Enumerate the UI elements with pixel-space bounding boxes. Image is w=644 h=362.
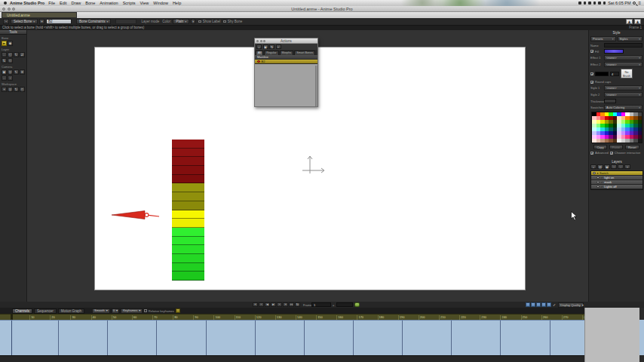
rotate-layer-tool[interactable]: ↻	[14, 52, 19, 57]
quality-checkmark-icon[interactable]: ✓	[553, 302, 556, 307]
zoom-workspace-tool[interactable]: ◎	[8, 87, 13, 92]
transform-bone-tool[interactable]: ◆	[8, 41, 13, 46]
style-presets-popup[interactable]: Presets▾	[590, 36, 616, 41]
add-bone-button[interactable]: +	[39, 19, 44, 24]
menu-edit[interactable]: Edit	[60, 1, 66, 5]
paste-style-button[interactable]: Paste	[609, 145, 623, 149]
effect2-popup[interactable]: <none>▾	[604, 62, 642, 67]
layout-3-button[interactable]	[536, 302, 541, 307]
swatch[interactable]	[638, 139, 642, 143]
stroke-color-well[interactable]	[595, 72, 609, 76]
bone-tool-icon[interactable]: ⌁	[3, 19, 9, 24]
document-tab[interactable]: Untitled.anme	[2, 12, 77, 18]
camera-track-h-tool[interactable]: ↔	[2, 75, 7, 81]
bone-name-field[interactable]: B2	[46, 19, 72, 24]
fill-checkbox[interactable]	[590, 50, 593, 53]
select-bone-tool[interactable]: ►	[2, 41, 7, 46]
thickness-field[interactable]	[604, 99, 616, 103]
jump-end-button[interactable]: ↦	[289, 302, 294, 307]
translate-layer-tool[interactable]: ↔	[2, 52, 7, 57]
close-window-button[interactable]	[2, 8, 5, 11]
rotate-workspace-tool[interactable]: ↻	[14, 87, 19, 92]
delete-layer-button[interactable]: ×	[624, 164, 630, 169]
roll-camera-tool[interactable]: ↻	[14, 69, 19, 75]
stroke-checkbox[interactable]	[590, 72, 593, 75]
actions-zoom-button[interactable]	[263, 40, 265, 42]
new-layer-button[interactable]: +	[590, 164, 596, 169]
shy-bone-checkbox[interactable]	[223, 20, 226, 23]
layer-visibility-eye-icon[interactable]	[593, 172, 596, 174]
menu-window[interactable]: Window	[153, 1, 168, 5]
loop-button[interactable]: ↻	[295, 302, 300, 307]
style1-popup[interactable]: <none>▾	[604, 85, 642, 90]
play-button[interactable]: ►	[271, 302, 276, 307]
menu-bone[interactable]: Bone	[85, 1, 95, 5]
app-menu[interactable]: Anime Studio Pro	[10, 1, 44, 5]
interp-spinner[interactable]: 0▾	[112, 308, 119, 314]
interpolation-popup[interactable]: Smooth▾	[92, 308, 110, 314]
orbit-workspace-tool[interactable]: ◴	[20, 87, 25, 92]
bone-constraints-button[interactable]: Bone Constraints▾	[76, 19, 112, 24]
actions-minimize-button[interactable]	[260, 40, 262, 42]
next-keyframe-button[interactable]: »	[283, 302, 288, 307]
show-label-checkbox[interactable]	[198, 20, 201, 23]
keyboard-icon[interactable]	[578, 2, 581, 5]
round-caps-checkbox[interactable]	[590, 81, 593, 84]
menu-view[interactable]: View	[140, 1, 149, 5]
step-back-button[interactable]: ◄	[265, 302, 270, 307]
wifi-icon[interactable]	[598, 2, 601, 5]
playhead-marker[interactable]	[11, 314, 13, 320]
bone-strength-field[interactable]	[115, 19, 136, 24]
move-layer-down-button[interactable]: ↓	[618, 164, 624, 169]
relative-keyframes-checkbox[interactable]	[144, 309, 147, 312]
advanced-checkbox[interactable]	[590, 152, 593, 155]
style2-popup[interactable]: <none>▾	[604, 92, 642, 97]
actions-scrollbar[interactable]	[315, 66, 317, 106]
layout-2-button[interactable]	[531, 302, 535, 307]
actions-window-title-bar[interactable]: Actions	[255, 38, 317, 44]
new-action-button[interactable]: +	[256, 44, 262, 49]
spotlight-icon[interactable]	[633, 2, 636, 5]
actions-tab-smart-bones[interactable]: Smart Bones	[294, 51, 315, 55]
menu-bar-clock[interactable]: Sat 6:05 PM	[608, 1, 630, 5]
duplicate-layer-button[interactable]: ▣	[604, 164, 610, 169]
copy-style-button[interactable]: Copy	[593, 145, 606, 149]
playhead-line[interactable]	[11, 321, 13, 355]
bone-arrow[interactable]	[112, 210, 160, 220]
style-name-field[interactable]	[604, 43, 642, 48]
menu-help[interactable]: Help	[173, 1, 181, 5]
time-field[interactable]	[336, 302, 353, 307]
menu-draw[interactable]: Draw	[72, 1, 81, 5]
step-forward-button[interactable]: ›	[277, 302, 282, 307]
timeline-tab-channels[interactable]: Channels	[12, 308, 32, 314]
actions-tab-morphs[interactable]: Morphs	[280, 51, 294, 55]
layer-row[interactable]: ✓Lights off	[591, 185, 642, 189]
duplicate-action-button[interactable]: ▣	[263, 44, 268, 49]
display-quality-popup[interactable]: Display Quality▾	[558, 302, 584, 308]
action-row[interactable]: B2	[255, 60, 317, 64]
layer-visibility-eye-icon[interactable]	[596, 176, 600, 179]
zoom-window-button[interactable]	[12, 8, 15, 11]
reset-style-button[interactable]: Reset	[625, 145, 639, 149]
display-icon[interactable]	[584, 2, 587, 5]
move-layer-up-button[interactable]: ↑	[611, 164, 617, 169]
timeline-tab-motion-graph[interactable]: Motion Graph	[58, 308, 84, 314]
battery-icon[interactable]	[593, 2, 596, 5]
delete-action-button[interactable]: ×	[276, 44, 281, 49]
select-bone-popup[interactable]: Select Bone▾	[11, 19, 38, 24]
pan-tilt-camera-tool[interactable]: ⊕	[20, 69, 25, 75]
timeline-tab-sequencer[interactable]: Sequencer	[34, 308, 57, 314]
timeline-frame-ruler[interactable]: 1020304050607080901001101201301401501601…	[0, 314, 584, 320]
menu-file[interactable]: File	[48, 1, 55, 5]
layer-visibility-eye-icon[interactable]	[596, 181, 600, 183]
new-folder-button[interactable]: ▤	[597, 164, 603, 169]
effect1-popup[interactable]: <none>▾	[604, 55, 642, 60]
pan-workspace-tool[interactable]: +	[2, 87, 7, 92]
swatches-popup[interactable]: Auto Coloring▾	[604, 105, 642, 110]
stroke-width-field[interactable]: 4	[610, 72, 619, 76]
library-button[interactable]: ♟	[626, 19, 633, 24]
volume-icon[interactable]	[603, 2, 606, 5]
color-swatch-popup[interactable]: ▾	[191, 19, 195, 24]
chooser-checkbox[interactable]	[610, 152, 613, 155]
jump-start-button[interactable]: «	[253, 302, 258, 307]
